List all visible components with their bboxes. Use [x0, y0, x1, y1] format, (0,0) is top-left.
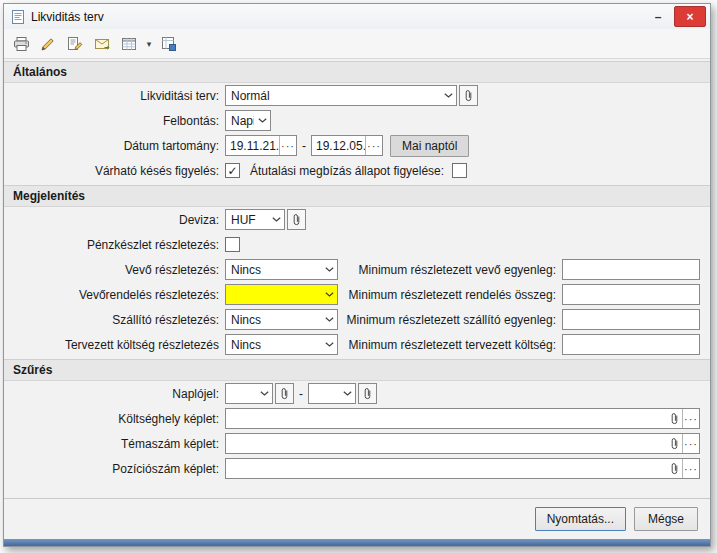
- paperclip-icon: [292, 213, 301, 226]
- journal-row: Naplójel: -: [4, 381, 710, 406]
- journal-separator: -: [299, 387, 303, 401]
- costcenter-attachment-button[interactable]: [666, 409, 682, 428]
- paperclip-icon: [670, 462, 679, 475]
- design-toolbar-button[interactable]: [36, 32, 60, 56]
- chevron-down-icon: [343, 391, 352, 396]
- close-button[interactable]: ×: [674, 6, 706, 27]
- app-icon: [10, 9, 26, 25]
- document-pencil-icon: [67, 36, 83, 52]
- envelope-icon: [94, 36, 111, 52]
- liquidity-plan-row: Likviditási terv: Normál: [4, 83, 710, 108]
- date-range-label: Dátum tartomány:: [4, 139, 225, 153]
- delay-watch-checkbox[interactable]: ✓: [225, 163, 240, 178]
- customer-min-label: Minimum részletezett vevő egyenleg:: [338, 263, 562, 277]
- date-range-separator: -: [302, 139, 306, 153]
- supplier-detail-label: Szállító részletezés:: [4, 313, 225, 327]
- journal-from-select[interactable]: [225, 383, 273, 404]
- planned-cost-min-input[interactable]: [562, 334, 700, 355]
- chevron-down-icon: [325, 292, 334, 297]
- transfer-watch-label: Átutalási megbízás állapot figyelése:: [250, 164, 444, 178]
- topic-formula-input[interactable]: ···: [225, 433, 700, 454]
- planned-cost-detail-label: Tervezett költség részletezés: [4, 338, 225, 352]
- journal-to-attachment-button[interactable]: [358, 383, 377, 404]
- section-filter: Szűrés: [4, 359, 710, 381]
- currency-label: Deviza:: [4, 213, 225, 227]
- supplier-detail-row: Szállító részletezés: Nincs Minimum rész…: [4, 307, 710, 332]
- resolution-label: Felbontás:: [4, 114, 225, 128]
- date-to-picker-button[interactable]: ···: [365, 136, 382, 155]
- edit-form-toolbar-button[interactable]: [63, 32, 87, 56]
- costcenter-formula-label: Költséghely képlet:: [4, 412, 225, 426]
- costcenter-formula-browse-button[interactable]: ···: [682, 409, 699, 428]
- customer-detail-select[interactable]: Nincs: [225, 259, 338, 280]
- order-min-amount-input[interactable]: [562, 284, 700, 305]
- footer: Nyomtatás... Mégse: [4, 498, 710, 539]
- journal-to-select[interactable]: [308, 383, 356, 404]
- order-detail-row: Vevőrendelés részletezés: Minimum részle…: [4, 282, 710, 307]
- cash-detail-label: Pénzkészlet részletezés:: [4, 238, 225, 252]
- window-title: Likviditás terv: [31, 10, 646, 24]
- paperclip-icon: [280, 387, 289, 400]
- topic-attachment-button[interactable]: [666, 434, 682, 453]
- position-attachment-button[interactable]: [666, 459, 682, 478]
- delay-watch-label: Várható késés figyelés:: [4, 164, 225, 178]
- print-toolbar-button[interactable]: [9, 32, 33, 56]
- customer-detail-row: Vevő részletezés: Nincs Minimum részlete…: [4, 257, 710, 282]
- paperclip-icon: [670, 412, 679, 425]
- paperclip-icon: [670, 437, 679, 450]
- transfer-watch-checkbox[interactable]: [452, 163, 467, 178]
- supplier-detail-select[interactable]: Nincs: [225, 309, 338, 330]
- customer-min-balance-input[interactable]: [562, 259, 700, 280]
- dialog-window: Likviditás terv – × ▾ Általános Likvidit…: [3, 3, 711, 547]
- position-formula-browse-button[interactable]: ···: [682, 459, 699, 478]
- order-detail-select[interactable]: [225, 284, 338, 305]
- resolution-row: Felbontás: Napi: [4, 108, 710, 133]
- pencil-icon: [40, 36, 56, 52]
- chevron-down-icon: [272, 217, 281, 222]
- currency-row: Deviza: HUF: [4, 207, 710, 232]
- email-toolbar-button[interactable]: [90, 32, 114, 56]
- date-from-picker-button[interactable]: ···: [279, 136, 296, 155]
- window-bottom-edge: [4, 539, 710, 546]
- order-min-label: Minimum részletezett rendelés összeg:: [338, 288, 562, 302]
- chevron-down-icon: [325, 267, 334, 272]
- grid-view-toolbar-button[interactable]: [117, 32, 141, 56]
- position-formula-input[interactable]: ···: [225, 458, 700, 479]
- paperclip-icon: [363, 387, 372, 400]
- costcenter-formula-row: Költséghely képlet: ···: [4, 406, 710, 431]
- position-formula-row: Pozíciószám képlet: ···: [4, 456, 710, 481]
- printer-icon: [13, 36, 30, 52]
- cash-detail-row: Pénzkészlet részletezés:: [4, 232, 710, 257]
- section-display: Megjelenítés: [4, 185, 710, 207]
- costcenter-formula-input[interactable]: ···: [225, 408, 700, 429]
- planned-cost-min-label: Minimum részletezett tervezett költség:: [338, 338, 562, 352]
- section-general: Általános: [4, 61, 710, 83]
- topic-formula-label: Témaszám képlet:: [4, 437, 225, 451]
- journal-from-attachment-button[interactable]: [275, 383, 294, 404]
- from-today-button[interactable]: Mai naptól: [390, 135, 469, 157]
- check-icon: ✓: [227, 165, 237, 177]
- cancel-button[interactable]: Mégse: [634, 507, 698, 531]
- liquidity-plan-select[interactable]: Normál: [225, 85, 457, 106]
- chevron-down-icon: [325, 342, 334, 347]
- grid-view-dropdown-caret[interactable]: ▾: [144, 32, 154, 56]
- print-button[interactable]: Nyomtatás...: [535, 507, 626, 531]
- date-from-field[interactable]: 19.11.21. ···: [225, 135, 297, 156]
- cash-detail-checkbox[interactable]: [225, 237, 240, 252]
- date-to-field[interactable]: 19.12.05. ···: [311, 135, 383, 156]
- journal-label: Naplójel:: [4, 387, 225, 401]
- currency-attachment-button[interactable]: [287, 209, 306, 230]
- liquidity-plan-attachment-button[interactable]: [459, 85, 478, 106]
- planned-cost-detail-row: Tervezett költség részletezés Nincs Mini…: [4, 332, 710, 357]
- chevron-down-icon: [444, 93, 453, 98]
- topic-formula-browse-button[interactable]: ···: [682, 434, 699, 453]
- chevron-down-icon: [258, 118, 267, 123]
- supplier-min-balance-input[interactable]: [562, 309, 700, 330]
- resolution-select[interactable]: Napi: [225, 110, 271, 131]
- grid-settings-toolbar-button[interactable]: [157, 32, 181, 56]
- position-formula-label: Pozíciószám képlet:: [4, 462, 225, 476]
- planned-cost-detail-select[interactable]: Nincs: [225, 334, 338, 355]
- titlebar[interactable]: Likviditás terv – ×: [4, 4, 710, 29]
- currency-select[interactable]: HUF: [225, 209, 285, 230]
- minimize-button[interactable]: –: [646, 7, 670, 26]
